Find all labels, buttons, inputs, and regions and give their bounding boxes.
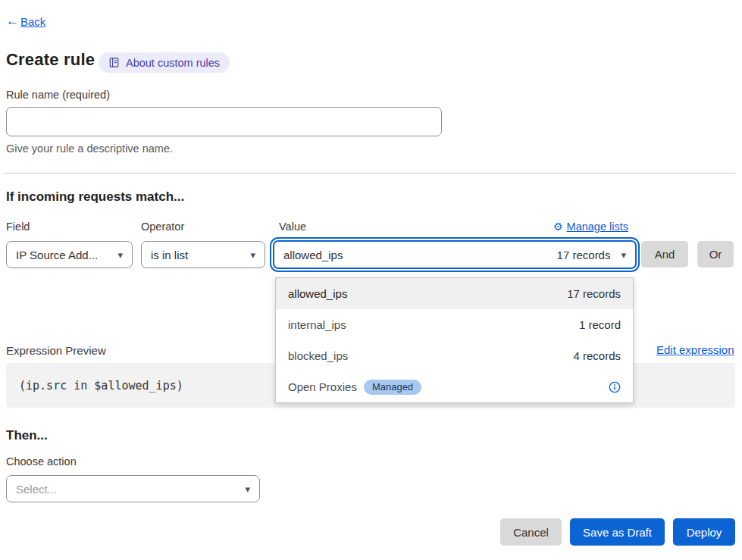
cancel-button[interactable]: Cancel bbox=[500, 518, 562, 546]
operator-column-label: Operator bbox=[141, 221, 184, 233]
create-rule-page: ← Back Create rule About custom rules Ru… bbox=[0, 0, 742, 560]
value-column-label: Value bbox=[279, 221, 306, 233]
and-button[interactable]: And bbox=[641, 241, 688, 267]
value-select-name: allowed_ips bbox=[283, 249, 343, 261]
field-select-value: IP Source Add... bbox=[16, 249, 98, 261]
info-icon[interactable] bbox=[609, 381, 621, 393]
then-section-heading: Then... bbox=[6, 428, 48, 443]
list-item-name: blocked_ips bbox=[288, 349, 348, 362]
list-item-internal-ips[interactable]: internal_ips 1 record bbox=[276, 309, 633, 340]
value-select[interactable]: allowed_ips 17 records ▾ bbox=[273, 240, 637, 269]
operator-select[interactable]: is in list ▾ bbox=[141, 241, 265, 268]
list-item-name: allowed_ips bbox=[288, 287, 347, 300]
choose-action-label: Choose action bbox=[6, 455, 77, 468]
back-link-label: Back bbox=[20, 15, 45, 28]
value-select-record-count: 17 records bbox=[557, 249, 611, 261]
back-arrow-icon: ← bbox=[6, 14, 19, 29]
list-item-allowed-ips[interactable]: allowed_ips 17 records bbox=[276, 278, 633, 309]
operator-select-value: is in list bbox=[151, 249, 188, 261]
chevron-down-icon: ▾ bbox=[117, 250, 123, 260]
expression-code: (ip.src in $allowed_ips) bbox=[19, 379, 183, 393]
gear-icon: ⚙ bbox=[553, 221, 563, 233]
page-title: Create rule bbox=[6, 50, 95, 70]
match-section-heading: If incoming requests match... bbox=[6, 189, 184, 205]
or-button[interactable]: Or bbox=[697, 241, 734, 267]
action-select-placeholder: Select... bbox=[16, 483, 57, 496]
list-item-open-proxies[interactable]: Open Proxies Managed bbox=[276, 371, 633, 402]
list-item-blocked-ips[interactable]: blocked_ips 4 records bbox=[276, 340, 633, 371]
expression-preview-label: Expression Preview bbox=[6, 344, 106, 357]
book-icon bbox=[108, 57, 120, 68]
action-select[interactable]: Select... ▾ bbox=[6, 475, 260, 502]
field-column-label: Field bbox=[6, 221, 30, 233]
field-select[interactable]: IP Source Add... ▾ bbox=[6, 241, 133, 268]
manage-lists-label: Manage lists bbox=[567, 221, 628, 233]
deploy-button[interactable]: Deploy bbox=[673, 518, 735, 546]
save-as-draft-button[interactable]: Save as Draft bbox=[570, 518, 665, 546]
edit-expression-link[interactable]: Edit expression bbox=[656, 343, 734, 356]
section-divider bbox=[3, 173, 735, 174]
about-badge-label: About custom rules bbox=[126, 57, 220, 69]
list-item-count: 17 records bbox=[567, 287, 621, 300]
list-item-count: 1 record bbox=[579, 318, 621, 331]
list-item-name: internal_ips bbox=[288, 318, 346, 331]
chevron-down-icon: ▾ bbox=[621, 250, 626, 260]
managed-badge: Managed bbox=[364, 380, 421, 395]
rule-name-label: Rule name (required) bbox=[6, 89, 110, 101]
manage-lists-link[interactable]: ⚙ Manage lists bbox=[553, 221, 628, 233]
rule-name-input[interactable] bbox=[6, 107, 442, 136]
back-link[interactable]: ← Back bbox=[6, 14, 45, 29]
list-item-name: Open Proxies bbox=[288, 380, 357, 393]
chevron-down-icon: ▾ bbox=[245, 484, 250, 494]
about-custom-rules-link[interactable]: About custom rules bbox=[99, 52, 230, 73]
rule-name-helper-text: Give your rule a descriptive name. bbox=[6, 142, 173, 155]
list-item-count: 4 records bbox=[573, 349, 621, 362]
value-dropdown-panel: allowed_ips 17 records internal_ips 1 re… bbox=[275, 277, 634, 403]
chevron-down-icon: ▾ bbox=[250, 250, 255, 260]
